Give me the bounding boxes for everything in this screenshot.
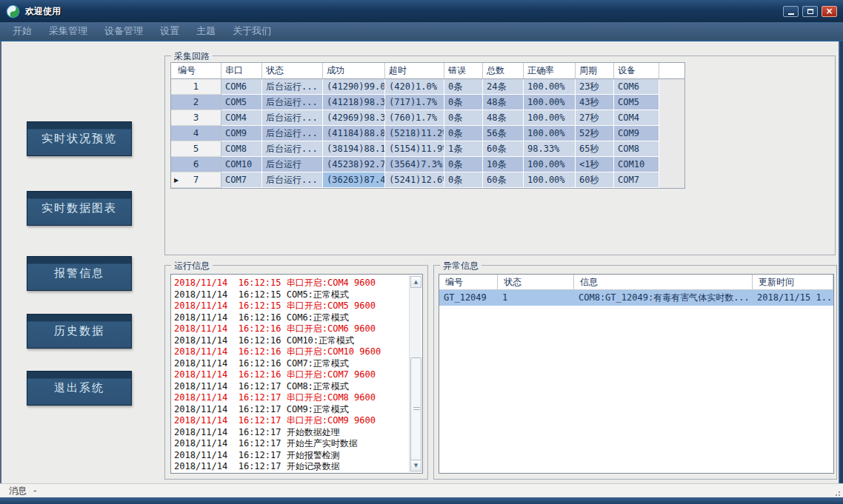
column-header[interactable]: 状态 (262, 63, 323, 78)
column-header[interactable]: 总数 (483, 63, 524, 78)
resize-grip[interactable] (833, 489, 841, 497)
close-button[interactable]: × (822, 6, 837, 17)
cell-device: COM8 (614, 141, 659, 157)
sidebar-button-alarm-info[interactable]: 报警信息 (27, 256, 132, 291)
log-line: 2018/11/14 16:12:16 串口开启:COM6 9600 (174, 323, 407, 335)
cell-cycle: 52秒 (576, 126, 614, 141)
table-row[interactable]: 1 COM6 后台运行... (41290)99.0% (420)1.0% 0条… (171, 79, 659, 95)
minimize-icon (788, 13, 794, 15)
cell-device: COM6 (614, 79, 659, 95)
cell-device: COM5 (614, 95, 659, 110)
cell-cycle: <1秒 (576, 157, 614, 172)
menu-item[interactable]: 设置 (160, 24, 179, 38)
menu-item[interactable]: 开始 (13, 24, 32, 38)
cell-status: 后台运行... (262, 95, 323, 110)
column-header[interactable]: 超时 (385, 63, 444, 78)
thumb-grip-icon (413, 407, 420, 411)
cell-total: 10条 (483, 157, 524, 172)
sidebar-button-exit-system[interactable]: 退出系统 (27, 371, 132, 406)
menu-item[interactable]: 采集管理 (49, 24, 87, 38)
run-info-group-title: 运行信息 (171, 260, 213, 272)
cell-device: COM4 (614, 110, 659, 126)
column-header[interactable]: 串口 (221, 63, 262, 78)
cell-accuracy: 100.00% (524, 126, 576, 141)
cell-exception-info: COM8:GT_12049:有毒有害气体实时数... (574, 290, 753, 306)
cell-port: COM8 (221, 141, 262, 157)
log-line: 2018/11/14 16:12:17 开始数据处理 (174, 426, 407, 438)
exception-row-selected[interactable]: GT_12049 1 COM8:GT_12049:有毒有害气体实时数... 20… (439, 290, 833, 306)
table-row[interactable]: 7 COM7 后台运行... (36263)87.4% (5241)12.6% … (171, 172, 659, 188)
table-row[interactable]: 5 COM8 后台运行... (38194)88.1% (5154)11.9% … (171, 141, 659, 157)
cell-accuracy: 100.00% (524, 95, 576, 110)
column-header[interactable]: 正确率 (524, 63, 576, 78)
column-header[interactable]: 信息 (574, 275, 753, 289)
column-header[interactable]: 状态 (498, 275, 574, 289)
cell-row-number: 4 (171, 126, 221, 141)
cell-status: 后台运行... (262, 141, 323, 157)
column-header[interactable]: 错误 (444, 63, 483, 78)
table-row[interactable]: 2 COM5 后台运行... (41218)98.3% (717)1.7% 0条… (171, 95, 659, 110)
column-header[interactable]: 成功 (323, 63, 385, 78)
cell-accuracy: 98.33% (524, 141, 576, 157)
menu-item[interactable]: 关于我们 (233, 24, 271, 38)
cell-error: 1条 (444, 141, 483, 157)
cell-cycle: 65秒 (576, 141, 614, 157)
log-line: 2018/11/14 16:12:16 串口开启:COM10 9600 (174, 346, 407, 357)
maximize-button[interactable] (802, 6, 818, 17)
table-row[interactable]: 3 COM4 后台运行... (42969)98.3% (760)1.7% 0条… (171, 110, 659, 126)
title-bar: 欢迎使用 × (0, 0, 843, 22)
log-line: 2018/11/14 16:12:15 COM5:正常模式 (174, 289, 407, 300)
sidebar-button-realtime-chart[interactable]: 实时数据图表 (27, 191, 132, 226)
cell-success: (45238)92.7% (323, 157, 385, 172)
sidebar-button-history-data[interactable]: 历史数据 (27, 314, 132, 349)
cell-success: (38194)88.1% (323, 141, 385, 157)
run-log-box[interactable]: 2018/11/14 16:12:15 串口开启:COM4 96002018/1… (170, 274, 423, 474)
column-header[interactable]: 更新时间 (753, 275, 833, 289)
cell-error: 0条 (444, 126, 483, 141)
cell-success: (36263)87.4% (323, 172, 385, 188)
cell-cycle: 60秒 (576, 172, 614, 188)
log-line: 2018/11/14 16:12:15 串口开启:COM5 9600 (174, 300, 407, 312)
sidebar-button-realtime-preview[interactable]: 实时状况预览 (27, 121, 132, 156)
cell-success: (41184)88.8% (323, 126, 385, 141)
minimize-button[interactable] (783, 6, 799, 17)
scroll-up-icon[interactable]: ▲ (410, 276, 422, 288)
cell-accuracy: 100.00% (524, 110, 576, 126)
cell-total: 60条 (483, 141, 524, 157)
column-header[interactable]: 编号 (439, 275, 498, 289)
cell-port: COM10 (221, 157, 262, 172)
maximize-icon (807, 9, 813, 14)
cell-total: 56条 (483, 126, 524, 141)
cell-timeout: (717)1.7% (385, 95, 444, 110)
log-scrollbar[interactable]: ▲ ▼ (409, 275, 422, 472)
table-row[interactable]: 6 COM10 后台运行 (45238)92.7% (3564)7.3% 0条 … (171, 157, 659, 172)
cell-timeout: (5154)11.9% (385, 141, 444, 157)
cell-success: (42969)98.3% (323, 110, 385, 126)
collection-table-header: 编号串口状态成功超时错误总数正确率周期设备 (171, 63, 684, 79)
cell-error: 0条 (444, 95, 483, 110)
window-title: 欢迎使用 (25, 5, 61, 18)
log-line: 2018/11/14 16:12:17 串口开启:COM8 9600 (174, 392, 407, 403)
run-log-lines: 2018/11/14 16:12:15 串口开启:COM4 96002018/1… (174, 277, 407, 472)
cell-cycle: 43秒 (576, 95, 614, 110)
scroll-down-icon[interactable]: ▼ (410, 460, 422, 471)
cell-accuracy: 100.00% (524, 157, 576, 172)
cell-error: 0条 (444, 172, 483, 188)
menu-item[interactable]: 设备管理 (104, 24, 143, 38)
column-header[interactable]: 编号 (171, 63, 221, 78)
cell-status: 后台运行... (262, 79, 323, 95)
log-line: 2018/11/14 16:12:16 COM10:正常模式 (174, 335, 407, 346)
menu-item[interactable]: 主题 (196, 24, 216, 38)
cell-status: 后台运行... (262, 110, 323, 126)
collection-loop-group-title: 采集回路 (171, 50, 213, 63)
cell-exception-id: GT_12049 (439, 290, 498, 306)
column-header[interactable]: 设备 (614, 63, 659, 78)
table-row[interactable]: 4 COM9 后台运行... (41184)88.8% (5218)11.2% … (171, 126, 659, 141)
exception-table-header: 编号状态信息更新时间 (439, 275, 833, 290)
cell-port: COM9 (221, 126, 262, 141)
scrollbar-thumb[interactable] (410, 357, 422, 460)
cell-total: 48条 (483, 95, 524, 110)
cell-success: (41290)99.0% (323, 79, 385, 95)
log-line: 2018/11/14 16:12:17 开始生产实时数据 (174, 437, 407, 449)
column-header[interactable]: 周期 (576, 63, 614, 78)
